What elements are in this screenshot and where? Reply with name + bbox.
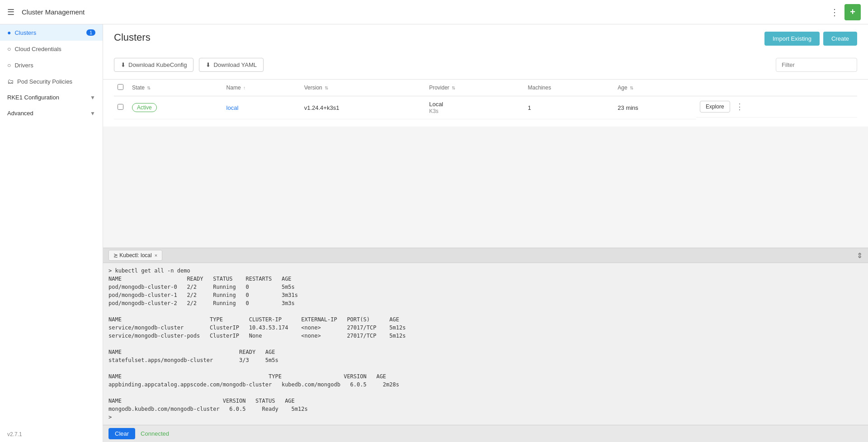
content-area: Clusters Import Existing Create ⬇ Downlo… xyxy=(103,24,868,442)
terminal-tab[interactable]: ≿ Kubectl: local × xyxy=(108,250,162,261)
add-cluster-button[interactable]: + xyxy=(844,4,861,20)
rke1-config-label: RKE1 Configuration xyxy=(7,94,59,101)
top-header: ☰ Cluster Management ⋮ + xyxy=(0,0,868,24)
download-yaml-icon: ⬇ xyxy=(206,61,211,68)
clusters-icon: ● xyxy=(7,29,11,36)
name-sort-icon[interactable]: ↑ xyxy=(243,85,245,90)
drivers-icon: ○ xyxy=(7,61,11,69)
page-title: Clusters xyxy=(114,32,151,43)
col-version: Version ⇅ xyxy=(301,80,425,96)
select-all-checkbox[interactable] xyxy=(118,84,123,90)
sidebar-item-drivers[interactable]: ○ Drivers xyxy=(0,57,103,73)
provider-sort-icon[interactable]: ⇅ xyxy=(452,85,455,90)
download-kubeconfig-icon: ⬇ xyxy=(121,61,126,68)
cluster-name-link[interactable]: local xyxy=(226,104,239,111)
sidebar: ● Clusters 1 ○ Cloud Credentials ○ Drive… xyxy=(0,24,103,442)
content-scroll: State ⇅ Name ↑ Version ⇅ Provider ⇅ Mach… xyxy=(103,80,868,248)
row-menu-icon[interactable]: ⋮ xyxy=(732,101,747,113)
header-buttons: Import Existing Create xyxy=(764,32,857,46)
rke1-chevron-icon: ▼ xyxy=(90,94,95,101)
col-machines: Machines xyxy=(524,80,614,96)
terminal-section: ≿ Kubectl: local × ⇕ > kubectl get all -… xyxy=(103,248,868,442)
col-name: Name ↑ xyxy=(223,80,301,96)
sidebar-item-drivers-label: Drivers xyxy=(14,62,33,69)
clusters-badge: 1 xyxy=(86,29,95,36)
sidebar-item-cloud-credentials[interactable]: ○ Cloud Credentials xyxy=(0,41,103,57)
hamburger-icon[interactable]: ☰ xyxy=(7,7,14,17)
table-container: State ⇅ Name ↑ Version ⇅ Provider ⇅ Mach… xyxy=(103,80,868,127)
col-actions xyxy=(696,80,857,96)
advanced-chevron-icon: ▼ xyxy=(90,110,95,117)
sidebar-item-pod-security[interactable]: 🗂 Pod Security Policies xyxy=(0,73,103,89)
clusters-table: State ⇅ Name ↑ Version ⇅ Provider ⇅ Mach… xyxy=(114,80,857,119)
row-checkbox[interactable] xyxy=(118,104,123,110)
content-header: Clusters Import Existing Create ⬇ Downlo… xyxy=(103,24,868,80)
download-kubeconfig-button[interactable]: ⬇ Download KubeConfig xyxy=(114,58,193,72)
create-button[interactable]: Create xyxy=(823,32,857,46)
terminal-footer: Clear Connected xyxy=(103,425,868,442)
terminal-header: ≿ Kubectl: local × ⇕ xyxy=(103,248,868,263)
cluster-age: 23 mins xyxy=(614,96,696,119)
sidebar-item-clusters-label: Clusters xyxy=(14,29,36,36)
sidebar-advanced[interactable]: Advanced ▼ xyxy=(0,105,103,121)
terminal-close-button[interactable]: × xyxy=(155,253,157,258)
more-options-icon[interactable]: ⋮ xyxy=(830,7,839,18)
table-row: Active local v1.24.4+k3s1 LocalK3s 1 23 … xyxy=(114,96,857,119)
app-title: Cluster Management xyxy=(22,8,830,16)
col-age: Age ⇅ xyxy=(614,80,696,96)
explore-button[interactable]: Explore xyxy=(700,101,730,113)
download-yaml-button[interactable]: ⬇ Download YAML xyxy=(199,58,264,72)
main-layout: ● Clusters 1 ○ Cloud Credentials ○ Drive… xyxy=(0,24,868,442)
download-yaml-label: Download YAML xyxy=(213,61,257,68)
advanced-label: Advanced xyxy=(7,110,33,117)
terminal-expand-icon[interactable]: ⇕ xyxy=(857,251,863,260)
header-right: ⋮ + xyxy=(830,4,861,20)
status-badge: Active xyxy=(132,103,157,112)
import-existing-button[interactable]: Import Existing xyxy=(764,32,820,46)
col-provider: Provider ⇅ xyxy=(425,80,524,96)
cluster-provider: LocalK3s xyxy=(425,96,524,119)
terminal-output: > kubectl get all -n demo NAME READY STA… xyxy=(108,267,863,421)
connected-status: Connected xyxy=(141,430,169,437)
col-state: State ⇅ xyxy=(128,80,223,96)
terminal-body[interactable]: > kubectl get all -n demo NAME READY STA… xyxy=(103,263,868,425)
clear-button[interactable]: Clear xyxy=(108,428,135,439)
cloud-credentials-icon: ○ xyxy=(7,45,11,52)
terminal-tab-label: ≿ Kubectl: local xyxy=(113,252,152,259)
age-sort-icon[interactable]: ⇅ xyxy=(630,85,633,90)
version-sort-icon[interactable]: ⇅ xyxy=(325,85,328,90)
sidebar-item-cloud-credentials-label: Cloud Credentials xyxy=(14,46,61,52)
cluster-machines: 1 xyxy=(524,96,614,119)
sidebar-rke1-config[interactable]: RKE1 Configuration ▼ xyxy=(0,89,103,105)
sidebar-item-pod-security-label: Pod Security Policies xyxy=(17,78,72,85)
state-sort-icon[interactable]: ⇅ xyxy=(147,85,151,90)
sidebar-version: v2.7.1 xyxy=(0,427,103,442)
download-kubeconfig-label: Download KubeConfig xyxy=(128,61,187,68)
cluster-version: v1.24.4+k3s1 xyxy=(301,96,425,119)
filter-input[interactable] xyxy=(776,58,857,72)
sidebar-item-clusters[interactable]: ● Clusters 1 xyxy=(0,24,103,41)
content-toolbar: ⬇ Download KubeConfig ⬇ Download YAML xyxy=(114,58,857,72)
pod-security-icon: 🗂 xyxy=(7,78,14,85)
